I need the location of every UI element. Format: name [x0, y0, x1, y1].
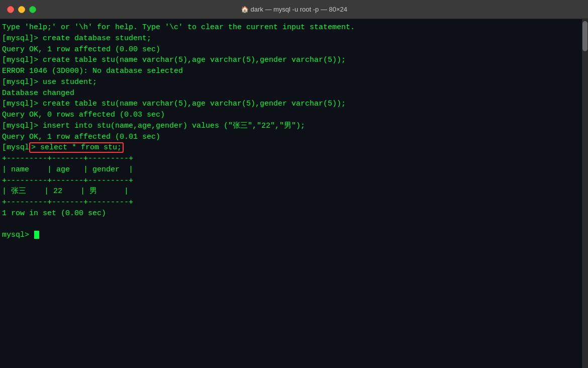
- line-10: [mysql]> create table stu(name varchar(5…: [2, 99, 578, 110]
- table-row-1: | 张三 | 22 | 男 |: [2, 186, 578, 197]
- maximize-button[interactable]: [29, 6, 36, 13]
- last-prompt: mysql>: [2, 230, 578, 241]
- scrollbar-track[interactable]: [582, 19, 588, 368]
- table-header: | name | age | gender |: [2, 164, 578, 175]
- select-line: [mysql> select * from stu;: [2, 142, 578, 153]
- line-9: Database changed: [2, 88, 578, 99]
- titlebar: 🏠 dark — mysql -u root -p — 80×24: [0, 0, 588, 19]
- line-11: Query OK, 0 rows affected (0.03 sec): [2, 110, 578, 121]
- table-line-1: +---------+-------+---------+: [2, 153, 578, 164]
- row-count: 1 row in set (0.00 sec): [2, 208, 578, 219]
- empty-line-last: [2, 219, 578, 230]
- line-3: [mysql]> create database student;: [2, 33, 578, 44]
- line-8: [mysql]> use student;: [2, 77, 578, 88]
- window-title: 🏠 dark — mysql -u root -p — 80×24: [241, 6, 347, 13]
- line-7: ERROR 1046 (3D000): No database selected: [2, 66, 578, 77]
- line-14: Query OK, 1 row affected (0.01 sec): [2, 132, 578, 143]
- close-button[interactable]: [7, 6, 14, 13]
- line-6: [mysql]> create table stu(name varchar(5…: [2, 55, 578, 66]
- minimize-button[interactable]: [18, 6, 25, 13]
- highlighted-command: > select * from stu;: [29, 142, 124, 153]
- line-1: Type 'help;' or '\h' for help. Type '\c'…: [2, 22, 578, 33]
- terminal-area[interactable]: Type 'help;' or '\h' for help. Type '\c'…: [0, 19, 588, 368]
- prompt-text: mysql>: [2, 231, 34, 239]
- select-line-prefix: [mysql: [2, 143, 29, 152]
- table-footer-line: +---------+-------+---------+: [2, 197, 578, 208]
- line-13: [mysql]> insert into stu(name,age,gender…: [2, 121, 578, 132]
- window-controls: [7, 6, 36, 13]
- line-4: Query OK, 1 row affected (0.00 sec): [2, 44, 578, 55]
- table-divider: +---------+-------+---------+: [2, 175, 578, 187]
- terminal-output: Type 'help;' or '\h' for help. Type '\c'…: [2, 22, 578, 241]
- scrollbar-thumb[interactable]: [582, 21, 587, 51]
- cursor-block: [34, 231, 39, 239]
